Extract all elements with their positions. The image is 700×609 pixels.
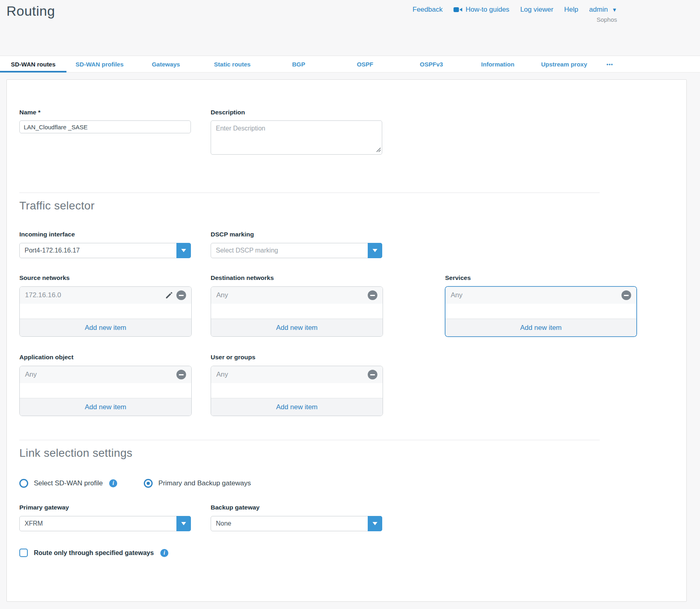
name-input[interactable] (19, 120, 191, 133)
list-item: Any (211, 287, 383, 304)
list-item-label: 172.16.16.0 (25, 291, 165, 299)
incoming-interface-label: Incoming interface (19, 231, 192, 238)
dropdown-arrow-icon[interactable] (368, 516, 382, 531)
add-new-item-button[interactable]: Add new item (20, 398, 191, 416)
user-or-groups-label: User or groups (211, 354, 383, 361)
source-networks-label: Source networks (19, 274, 192, 282)
list-item-label: Any (451, 291, 621, 299)
route-only-checkbox-label: Route only through specified gateways (34, 549, 154, 557)
page-title: Routing (6, 3, 55, 19)
info-icon[interactable]: i (109, 479, 117, 487)
listbox-body (211, 304, 383, 319)
sdwan-route-form-panel: Name * Description Traffic selector Inco… (6, 79, 687, 602)
app-user-labels: Application object User or groups (19, 354, 674, 361)
gateway-controls (19, 516, 674, 531)
app-user-boxes: Any Add new item Any Add new item (19, 366, 674, 416)
tab-bar: SD-WAN routes SD-WAN profiles Gateways S… (0, 56, 700, 72)
primary-backup-radio-label: Primary and Backup gateways (158, 479, 251, 487)
description-label: Description (211, 109, 383, 116)
help-label: Help (564, 6, 578, 14)
chevron-down-icon: ▼ (612, 7, 617, 13)
list-item: Any (20, 366, 191, 383)
services-box: Any Add new item (445, 286, 637, 337)
tab-sdwan-routes[interactable]: SD-WAN routes (0, 56, 66, 72)
backup-gateway-label: Backup gateway (211, 504, 383, 511)
tab-more[interactable]: ••• (597, 56, 622, 72)
dropdown-arrow-icon[interactable] (176, 516, 191, 531)
list-item-label: Any (216, 291, 368, 299)
user-menu-label: admin (589, 6, 608, 14)
tab-bgp[interactable]: BGP (265, 56, 332, 72)
listbox-body (211, 383, 383, 398)
help-link[interactable]: Help (564, 6, 578, 14)
tabs: SD-WAN routes SD-WAN profiles Gateways S… (0, 56, 622, 72)
page-header: Routing Feedback How-to guides Log viewe… (0, 0, 700, 56)
log-viewer-link[interactable]: Log viewer (520, 6, 553, 14)
list-item: 172.16.16.0 (20, 287, 191, 304)
networks-labels: Source networks Destination networks Ser… (19, 274, 674, 282)
edit-icon[interactable] (165, 291, 173, 300)
backup-gateway-value[interactable] (211, 516, 365, 531)
description-textarea[interactable] (211, 120, 382, 155)
incoming-interface-value[interactable] (20, 243, 174, 258)
incoming-interface-dropdown[interactable] (19, 243, 191, 258)
tab-ospf[interactable]: OSPF (332, 56, 398, 72)
networks-boxes: 172.16.16.0 Add new item (19, 286, 674, 337)
link-selection-radios: Select SD-WAN profile i Primary and Back… (19, 479, 674, 488)
brand-label: Sophos (596, 16, 617, 23)
remove-icon[interactable] (368, 290, 377, 300)
primary-gateway-dropdown[interactable] (19, 516, 191, 531)
destination-networks-box: Any Add new item (211, 286, 383, 337)
howto-guides-link[interactable]: How-to guides (454, 6, 509, 14)
add-new-item-button[interactable]: Add new item (211, 319, 383, 336)
remove-icon[interactable] (176, 290, 186, 300)
info-icon[interactable]: i (160, 549, 168, 557)
remove-icon[interactable] (621, 290, 631, 300)
remove-icon[interactable] (176, 370, 186, 379)
list-item: Any (211, 366, 383, 383)
log-viewer-label: Log viewer (520, 6, 553, 14)
add-new-item-button[interactable]: Add new item (20, 319, 191, 336)
list-item-label: Any (216, 371, 368, 379)
listbox-body (445, 304, 636, 319)
feedback-label: Feedback (412, 6, 443, 14)
route-only-checkbox[interactable] (19, 549, 28, 557)
application-object-box: Any Add new item (19, 366, 192, 416)
howto-guides-label: How-to guides (466, 6, 509, 14)
list-item: Any (445, 287, 636, 304)
sdwan-profile-radio[interactable] (19, 479, 28, 488)
user-or-groups-box: Any Add new item (211, 366, 383, 416)
tab-upstream-proxy[interactable]: Upstream proxy (531, 56, 597, 72)
backup-gateway-dropdown[interactable] (211, 516, 382, 531)
traffic-selector-heading: Traffic selector (19, 199, 674, 212)
primary-backup-radio[interactable] (144, 479, 153, 488)
remove-icon[interactable] (368, 370, 377, 379)
add-new-item-button[interactable]: Add new item (211, 398, 383, 416)
destination-networks-label: Destination networks (211, 274, 383, 282)
add-new-item-button[interactable]: Add new item (445, 319, 636, 336)
tab-information[interactable]: Information (464, 56, 531, 72)
user-menu[interactable]: admin ▼ (589, 6, 617, 14)
section-divider (19, 193, 600, 193)
section-divider (19, 440, 600, 440)
feedback-link[interactable]: Feedback (412, 6, 443, 14)
dropdown-arrow-icon[interactable] (176, 243, 191, 258)
listbox-body (20, 304, 191, 319)
tab-sdwan-profiles[interactable]: SD-WAN profiles (66, 56, 133, 72)
interface-dscp-controls (19, 243, 674, 258)
dscp-marking-dropdown[interactable] (211, 243, 382, 258)
tab-gateways[interactable]: Gateways (133, 56, 199, 72)
primary-gateway-label: Primary gateway (19, 504, 192, 511)
primary-gateway-value[interactable] (20, 516, 174, 531)
tab-static-routes[interactable]: Static routes (199, 56, 265, 72)
dropdown-arrow-icon[interactable] (368, 243, 382, 258)
gateway-labels: Primary gateway Backup gateway (19, 504, 674, 511)
dscp-marking-value[interactable] (211, 243, 365, 258)
interface-dscp-labels: Incoming interface DSCP marking (19, 231, 674, 238)
services-label: Services (445, 274, 637, 282)
route-only-row: Route only through specified gateways i (19, 549, 674, 557)
tab-ospfv3[interactable]: OSPFv3 (398, 56, 465, 72)
dscp-marking-label: DSCP marking (211, 231, 383, 238)
application-object-label: Application object (19, 354, 192, 361)
list-item-label: Any (25, 371, 176, 379)
